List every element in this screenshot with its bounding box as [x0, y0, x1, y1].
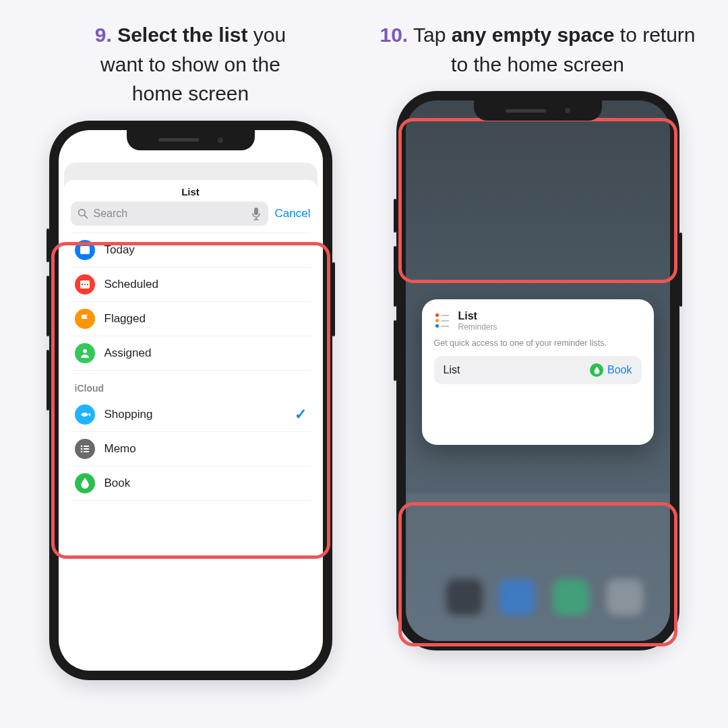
widget-list-selector[interactable]: List Book [434, 356, 642, 384]
svg-rect-8 [87, 284, 88, 285]
widget-app-name: Reminders [458, 322, 497, 332]
person-icon [75, 343, 95, 363]
widget-title: List [458, 310, 497, 322]
drop-icon [75, 473, 95, 493]
list-item-today[interactable]: Today [71, 233, 311, 268]
phone-mockup-left: List Search Cancel TodayScheduledFlagged… [49, 121, 332, 680]
list-picker-sheet: List Search Cancel TodayScheduledFlagged… [64, 180, 317, 665]
smart-lists: TodayScheduledFlaggedAssigned [71, 233, 311, 371]
step-10-caption: 10. Tap any empty space to return to the… [380, 20, 695, 79]
list-item-flagged[interactable]: Flagged [71, 302, 311, 336]
cancel-button[interactable]: Cancel [275, 207, 311, 220]
svg-rect-4 [80, 246, 90, 249]
search-input[interactable]: Search [71, 202, 268, 226]
svg-rect-14 [84, 448, 89, 450]
step-number: 10. [380, 24, 408, 46]
reminders-app-icon [434, 312, 452, 330]
list-item-memo[interactable]: Memo [71, 432, 311, 466]
svg-rect-15 [84, 451, 89, 452]
svg-rect-2 [254, 208, 258, 215]
mic-icon[interactable] [251, 207, 262, 220]
search-icon [78, 208, 88, 219]
sheet-title: List [64, 180, 317, 202]
icloud-header: iCloud [64, 371, 317, 398]
calendar-icon [75, 274, 95, 295]
step-9-caption: 9. Select the list you want to show on t… [95, 20, 286, 109]
svg-rect-6 [82, 284, 83, 285]
svg-rect-13 [84, 446, 89, 447]
svg-point-9 [83, 349, 87, 353]
phone-mockup-right: List Reminders Get quick access to one o… [396, 91, 679, 650]
fish-icon [75, 404, 95, 425]
svg-point-0 [78, 209, 85, 216]
lines-icon [75, 439, 95, 459]
drop-icon [590, 363, 603, 377]
checkmark-icon: ✓ [295, 406, 307, 423]
step-number: 9. [95, 24, 112, 46]
step-10-column: 10. Tap any empty space to return to the… [374, 20, 701, 701]
reminders-widget-config[interactable]: List Reminders Get quick access to one o… [422, 299, 654, 445]
today-icon [75, 240, 95, 260]
svg-line-1 [84, 215, 87, 218]
svg-point-11 [80, 448, 82, 450]
svg-point-12 [80, 450, 82, 452]
list-item-shopping[interactable]: Shopping✓ [71, 398, 311, 432]
svg-rect-7 [84, 284, 86, 285]
list-item-assigned[interactable]: Assigned [71, 336, 311, 371]
step-9-column: 9. Select the list you want to show on t… [27, 20, 354, 701]
list-item-book[interactable]: Book [71, 466, 311, 501]
list-item-scheduled[interactable]: Scheduled [71, 268, 311, 302]
icloud-lists: Shopping✓MemoBook [71, 398, 311, 501]
widget-description: Get quick access to one of your reminder… [434, 338, 642, 348]
svg-point-10 [80, 445, 82, 447]
flag-icon [75, 309, 95, 329]
